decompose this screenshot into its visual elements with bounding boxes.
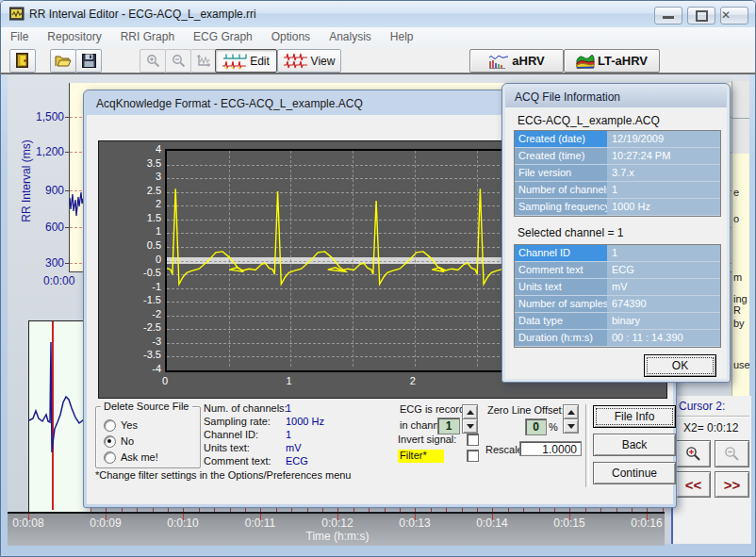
- acq-dialog-title: AcqKnowledge Format - ECG-ACQ_L_example.…: [96, 97, 363, 110]
- ecg-ytick: 1.5: [125, 212, 161, 223]
- info-filename: ECG-ACQ_L_example.ACQ: [518, 114, 660, 127]
- ecg-ytick: -3.5: [125, 349, 161, 360]
- radio-label: Yes: [121, 419, 138, 431]
- zero-line-field[interactable]: 0: [525, 418, 547, 435]
- table-row: Duration (h:m:s)00 : 11 : 14.390: [515, 330, 720, 347]
- table-label-cell: Created (date): [515, 131, 607, 147]
- table-row: Data typebinary: [515, 313, 720, 330]
- file-info-table: Created (date)12/19/2009Created (time)10…: [514, 130, 721, 217]
- ecg-ytick: 3: [125, 171, 161, 182]
- field-value: 1000 Hz: [286, 416, 324, 427]
- time-axis-band: Time (h:m:s) 0:0:080:0:090:0:100:0:110:0…: [8, 512, 665, 546]
- filter-checkbox[interactable]: [467, 450, 479, 462]
- table-label-cell: Sampling frequency: [515, 199, 607, 215]
- zero-line-unit: %: [549, 421, 558, 433]
- radio-label: No: [121, 435, 134, 447]
- channel-field[interactable]: 1: [437, 418, 460, 434]
- cursor-panel: Cursor 2: X2= 0:0:12 << >>: [671, 396, 751, 544]
- ecg-ytick: 4: [125, 143, 161, 155]
- ecg-ytick: -1.5: [125, 294, 161, 305]
- time-major-tick: [260, 514, 261, 520]
- ecg-ytick: -4: [125, 363, 161, 374]
- ok-button[interactable]: OK: [644, 354, 716, 377]
- field-label: Comment text:: [204, 455, 271, 467]
- filter-footnote: *Change filter settings in the Options/P…: [95, 469, 351, 481]
- cursor-zoom-in-button[interactable]: [676, 440, 711, 467]
- field-value: 1: [286, 429, 291, 440]
- table-value-cell: 1: [607, 245, 720, 261]
- table-row: File version3.7.x: [515, 165, 720, 182]
- radio-unselected[interactable]: [104, 451, 116, 464]
- invert-signal-label: Invert signal:: [398, 434, 456, 445]
- table-label-cell: Number of samples: [515, 296, 607, 312]
- table-value-cell: 1000 Hz: [607, 199, 720, 215]
- field-label: Channel ID:: [204, 429, 258, 440]
- table-row: Comment textECG: [515, 262, 720, 279]
- table-row: Channel ID1: [515, 245, 720, 262]
- time-major-tick: [337, 514, 338, 520]
- time-major-tick: [183, 514, 184, 520]
- ecg-ytick: -1: [125, 281, 161, 292]
- table-row: Units textmV: [515, 279, 720, 296]
- radio-option-no[interactable]: No: [104, 434, 193, 448]
- field-label: Sampling rate:: [204, 416, 271, 427]
- field-value: mV: [286, 442, 302, 453]
- cursor-zoom-out-button[interactable]: [715, 440, 749, 467]
- channel-info-table: Channel ID1Comment textECGUnits textmVNu…: [514, 244, 721, 348]
- back-button[interactable]: Back: [593, 434, 676, 456]
- table-label-cell: Channel ID: [515, 245, 607, 261]
- rescale-field[interactable]: 1.0000: [519, 441, 582, 456]
- field-label: Num. of channels:: [204, 402, 288, 414]
- time-major-tick: [106, 514, 107, 520]
- field-value: 1: [286, 402, 291, 414]
- table-value-cell: 00 : 11 : 14.390: [607, 330, 720, 346]
- table-label-cell: Units text: [515, 279, 607, 295]
- invert-signal-checkbox[interactable]: [467, 434, 479, 446]
- filter-label[interactable]: Filter*: [398, 450, 444, 463]
- screen: { "window": { "title": "RR Interval Edit…: [0, 0, 756, 557]
- table-row: Sampling frequency1000 Hz: [515, 199, 720, 216]
- cursor-next-button[interactable]: >>: [715, 471, 749, 498]
- ecg-ytick: -3: [125, 336, 161, 347]
- table-value-cell: binary: [607, 313, 720, 329]
- zero-spin-down[interactable]: [563, 418, 579, 434]
- info-dialog-title: ACQ File Information: [515, 90, 620, 104]
- acq-file-info-dialog: ACQ File Information ECG-ACQ_L_example.A…: [501, 83, 731, 383]
- prev-arrows-icon: <<: [685, 477, 702, 493]
- ecg-xtick: 1: [286, 375, 291, 386]
- radio-unselected[interactable]: [104, 419, 116, 432]
- cursor-panel-title: Cursor 2:: [679, 400, 725, 413]
- info-dialog-titlebar[interactable]: ACQ File Information: [505, 87, 727, 107]
- table-row: Number of samples674390: [515, 296, 720, 313]
- time-major-tick: [569, 514, 570, 520]
- ecg-ytick: -2: [125, 308, 161, 319]
- ecg-ytick: 2: [125, 198, 161, 209]
- next-arrows-icon: >>: [724, 477, 741, 493]
- continue-button[interactable]: Continue: [593, 462, 676, 484]
- zero-line-label: Zero Line Offset:: [487, 404, 565, 416]
- field-label: Units text:: [204, 442, 250, 453]
- table-row: Created (date)12/19/2009: [515, 131, 720, 148]
- zero-spin-up[interactable]: [563, 404, 579, 419]
- ecg-ytick: 1: [125, 225, 161, 237]
- table-value-cell: 3.7.x: [607, 165, 720, 181]
- table-label-cell: Created (time): [515, 148, 607, 164]
- file-info-button[interactable]: File Info: [593, 405, 676, 428]
- table-value-cell: ECG: [607, 262, 720, 278]
- channel-spin-down[interactable]: [462, 418, 478, 434]
- time-major-tick: [647, 514, 648, 520]
- cursor-prev-button[interactable]: <<: [676, 471, 711, 498]
- radio-option-yes[interactable]: Yes: [104, 418, 193, 432]
- ecg-xtick: 2: [410, 375, 416, 386]
- controls-separator: [585, 404, 589, 487]
- table-value-cell: 12/19/2009: [607, 131, 720, 147]
- radio-selected[interactable]: [104, 435, 116, 448]
- radio-option-askme[interactable]: Ask me!: [104, 451, 193, 464]
- ecg-ytick: 0: [125, 254, 161, 265]
- cursor-zoom-in-icon: [685, 446, 701, 462]
- ecg-ytick: 3.5: [125, 157, 161, 169]
- channel-spin-up[interactable]: [462, 404, 478, 419]
- table-value-cell: 1: [607, 182, 720, 198]
- table-row: Created (time)10:27:24 PM: [515, 148, 720, 165]
- cursor-x2-value: X2= 0:0:12: [683, 421, 738, 434]
